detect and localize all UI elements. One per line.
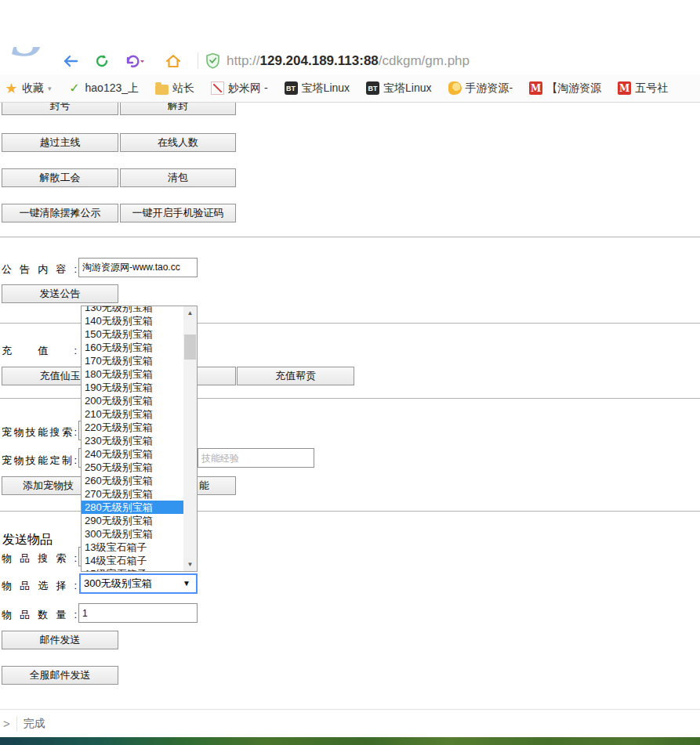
bookmark-item[interactable]: 五号社 <box>618 81 668 96</box>
dropdown-option[interactable]: 300无级别宝箱 <box>82 527 183 541</box>
status-text: 完成 <box>17 717 45 731</box>
bookmark-item[interactable]: 站长 <box>155 81 194 96</box>
dropdown-option[interactable]: 200无级别宝箱 <box>82 394 183 407</box>
dropdown-option[interactable]: 250无级别宝箱 <box>82 461 183 474</box>
item-dropdown-list: 130无级别宝箱140无级别宝箱150无级别宝箱160无级别宝箱170无级别宝箱… <box>82 306 183 572</box>
dropdown-scrollbar[interactable]: ▲ ▼ <box>183 306 197 571</box>
m-icon <box>529 81 542 95</box>
bookmark-label: 妙米网 - <box>228 81 268 96</box>
send-announce-button[interactable]: 发送公告 <box>2 284 118 303</box>
item-search-label: 物品搜索: <box>2 552 77 566</box>
m-icon <box>618 81 631 95</box>
bt-icon: BT <box>366 81 379 95</box>
dropdown-option[interactable]: 180无级别宝箱 <box>82 367 183 381</box>
star-icon <box>5 81 18 95</box>
clear-bag-button[interactable]: 清包 <box>120 168 236 187</box>
dropdown-option[interactable]: 260无级别宝箱 <box>82 474 183 487</box>
bookmark-label: 五号社 <box>635 81 668 96</box>
refresh-icon[interactable] <box>91 47 113 74</box>
chevron-down-icon: ▾ <box>48 85 52 92</box>
dropdown-option[interactable]: 210无级别宝箱 <box>82 407 183 421</box>
disband-guild-button[interactable]: 解散工会 <box>2 168 118 187</box>
pet-skill-exp-input[interactable] <box>198 448 314 468</box>
dropdown-option[interactable]: 14级宝石箱子 <box>82 554 183 567</box>
item-select-value: 300无级别宝箱 <box>84 577 152 589</box>
bookmark-label: 宝塔Linux <box>383 81 431 96</box>
bookmark-label: 手游资源- <box>466 81 513 96</box>
dropdown-option[interactable]: 13级宝石箱子 <box>82 541 183 554</box>
home-icon[interactable] <box>161 47 185 74</box>
pet-skill-custom-label: 宠物技能定制: <box>2 454 77 468</box>
dropdown-option[interactable]: 190无级别宝箱 <box>82 381 183 394</box>
url-host: 129.204.189.113:88 <box>260 53 379 68</box>
online-count-button[interactable]: 在线人数 <box>120 133 236 152</box>
send-item-heading: 发送物品 <box>2 532 53 548</box>
bt-icon: BT <box>285 81 298 95</box>
recharge-label: 充值: <box>2 344 77 358</box>
dropdown-option[interactable]: 15级宝石箱子 <box>82 567 183 572</box>
dropdown-option[interactable]: 280无级别宝箱 <box>82 501 183 514</box>
dropdown-option[interactable]: 150无级别宝箱 <box>82 327 183 341</box>
bookmark-item[interactable]: BT宝塔Linux <box>366 81 431 96</box>
bookmark-item[interactable]: hao123_上 <box>68 81 140 96</box>
dropdown-option[interactable]: 240无级别宝箱 <box>82 447 183 461</box>
bookmark-label: 宝塔Linux <box>302 81 350 96</box>
announce-input[interactable] <box>78 258 198 277</box>
url-path: /cdkgm/gm.php <box>379 53 470 68</box>
security-shield-icon <box>205 52 220 69</box>
mail-send-all-button[interactable]: 全服邮件发送 <box>2 666 118 685</box>
dropdown-option[interactable]: 220无级别宝箱 <box>82 421 183 434</box>
mail-send-button[interactable]: 邮件发送 <box>2 631 118 649</box>
gm-page: 封号 解封 越过主线 在线人数 解散工会 清包 一键清除摆摊公示 一键开启手机验… <box>0 0 700 709</box>
undo-icon[interactable] <box>122 47 148 74</box>
recharge-banggong-button[interactable]: 充值帮贡 <box>237 367 354 385</box>
folder-icon <box>155 85 169 95</box>
bookmark-item[interactable]: 收藏▾ <box>5 81 52 96</box>
announce-label: 公告内容: <box>2 262 77 277</box>
sogou-logo: S <box>2 13 47 72</box>
item-qty-input[interactable] <box>78 603 198 623</box>
item-qty-label: 物品数量: <box>2 608 77 622</box>
pet-skill-search-label: 宠物技能搜索: <box>2 425 77 439</box>
status-bar: > 完成 <box>0 709 700 737</box>
item-dropdown: 130无级别宝箱140无级别宝箱150无级别宝箱160无级别宝箱170无级别宝箱… <box>81 306 198 572</box>
enable-phone-verify-button[interactable]: 一键开启手机验证码 <box>120 204 236 222</box>
dropdown-option[interactable]: 290无级别宝箱 <box>82 514 183 527</box>
url-scheme: http:// <box>227 53 260 68</box>
dropdown-option[interactable]: 130无级别宝箱 <box>82 306 183 314</box>
scroll-down-icon[interactable]: ▼ <box>183 558 197 571</box>
chevron-down-icon: ▼ <box>183 575 190 592</box>
chart-icon <box>211 81 224 95</box>
chevron-right-icon: > <box>0 716 17 732</box>
divider <box>0 237 700 237</box>
scroll-up-icon[interactable]: ▲ <box>183 306 197 320</box>
bookmark-label: 收藏 <box>22 81 44 96</box>
desktop-wallpaper-strip <box>0 737 700 745</box>
bookmarks-bar: 收藏▾hao123_上站长妙米网 -BT宝塔LinuxBT宝塔Linux手游资源… <box>0 74 700 103</box>
bookmark-item[interactable]: BT宝塔Linux <box>285 81 350 96</box>
item-select-label: 物品选择: <box>2 579 77 593</box>
bookmark-item[interactable]: 手游资源- <box>448 81 513 96</box>
navigation-toolbar: http://129.204.189.113:88/cdkgm/gm.php <box>0 47 700 74</box>
item-select[interactable]: 300无级别宝箱 ▼ <box>79 573 198 594</box>
bookmark-item[interactable]: 妙米网 - <box>211 81 268 96</box>
scrollbar-thumb[interactable] <box>184 335 196 360</box>
bookmark-label: 站长 <box>172 81 194 96</box>
dropdown-option[interactable]: 230无级别宝箱 <box>82 434 183 447</box>
skip-mainline-button[interactable]: 越过主线 <box>2 133 118 152</box>
hand-icon <box>448 81 462 95</box>
back-icon[interactable] <box>60 47 82 74</box>
address-bar[interactable]: http://129.204.189.113:88/cdkgm/gm.php <box>205 47 470 74</box>
clear-stall-button[interactable]: 一键清除摆摊公示 <box>2 204 118 222</box>
dropdown-option[interactable]: 160无级别宝箱 <box>82 341 183 354</box>
url-text: http://129.204.189.113:88/cdkgm/gm.php <box>227 53 470 69</box>
bookmark-label: hao123_上 <box>85 81 140 96</box>
dropdown-option[interactable]: 140无级别宝箱 <box>82 314 183 327</box>
dropdown-option[interactable]: 270无级别宝箱 <box>82 487 183 501</box>
bookmark-label: 【淘游资源 <box>546 81 601 96</box>
bookmark-item[interactable]: 【淘游资源 <box>529 81 601 96</box>
hao123-icon <box>68 81 82 95</box>
toolbar-divider <box>198 52 198 69</box>
dropdown-option[interactable]: 170无级别宝箱 <box>82 354 183 367</box>
browser-window: 封号 解封 越过主线 在线人数 解散工会 清包 一键清除摆摊公示 一键开启手机验… <box>0 0 700 745</box>
